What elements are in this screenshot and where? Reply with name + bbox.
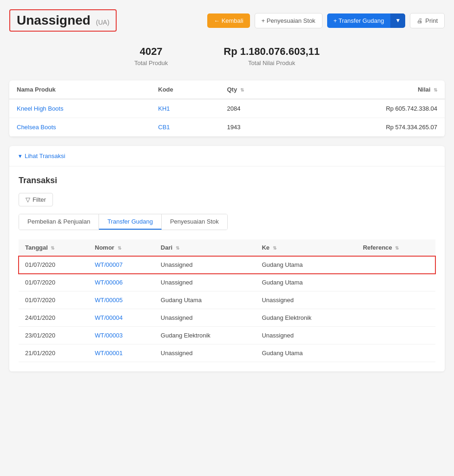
product-kode[interactable]: CB1 <box>151 118 219 137</box>
transaksi-title: Transaksi <box>19 176 435 185</box>
col-kode: Kode <box>151 80 219 99</box>
transaksi-nomor[interactable]: WT/00007 <box>88 256 154 274</box>
ke-sort-icon[interactable]: ⇅ <box>273 245 276 251</box>
products-header-row: Nama Produk Kode Qty ⇅ Nilai ⇅ <box>9 80 445 99</box>
transaksi-reference <box>356 256 435 274</box>
product-name[interactable]: Kneel High Boots <box>9 99 151 118</box>
tab-pembelian-penjualan[interactable]: Pembelian & Penjualan <box>19 214 99 230</box>
penyesuaian-stok-button[interactable]: + Penyesuaian Stok <box>255 13 322 28</box>
col-nama-produk: Nama Produk <box>9 80 151 99</box>
transaksi-dari: Unassigned <box>154 274 256 291</box>
total-produk-label: Total Produk <box>134 60 168 66</box>
transfer-gudang-button[interactable]: + Transfer Gudang <box>327 13 391 28</box>
table-row: 01/07/2020 WT/00006 Unassigned Gudang Ut… <box>19 274 435 291</box>
col-dari: Dari ⇅ <box>154 239 256 256</box>
stats-row: 4027 Total Produk Rp 1.180.076.603,11 To… <box>9 46 445 66</box>
product-qty: 2084 <box>219 99 292 118</box>
transaksi-tanggal: 01/07/2020 <box>19 256 88 274</box>
total-produk-value: 4027 <box>134 46 168 58</box>
title-box: Unassigned (UA) <box>9 9 117 32</box>
nomor-sort-icon[interactable]: ⇅ <box>118 245 121 251</box>
dari-sort-icon[interactable]: ⇅ <box>176 245 179 251</box>
transaksi-nomor[interactable]: WT/00001 <box>88 344 154 362</box>
transaksi-ke: Gudang Elektronik <box>255 309 356 327</box>
transaksi-ke: Gudang Utama <box>255 344 356 362</box>
title-badge: (UA) <box>96 19 110 26</box>
transfer-gudang-dropdown[interactable]: ▼ <box>390 13 405 28</box>
transaksi-ke: Gudang Utama <box>255 256 356 274</box>
products-table: Nama Produk Kode Qty ⇅ Nilai ⇅ Kneel Hig… <box>9 80 445 137</box>
col-reference: Reference ⇅ <box>356 239 435 256</box>
transaksi-tanggal: 21/01/2020 <box>19 344 88 362</box>
transaksi-tanggal: 23/01/2020 <box>19 327 88 344</box>
transaksi-tabs: Pembelian & Penjualan Transfer Gudang Pe… <box>19 214 228 230</box>
lihat-transaksi-toggle[interactable]: ▾ Lihat Transaksi <box>9 146 445 166</box>
table-row: 01/07/2020 WT/00007 Unassigned Gudang Ut… <box>19 256 435 274</box>
col-qty: Qty ⇅ <box>219 80 292 99</box>
reference-sort-icon[interactable]: ⇅ <box>395 245 399 251</box>
transaksi-tanggal: 01/07/2020 <box>19 274 88 291</box>
transaksi-ke: Unassigned <box>255 291 356 309</box>
nilai-sort-icon[interactable]: ⇅ <box>434 87 437 93</box>
table-row: Chelsea Boots CB1 1943 Rp 574.334.265.07 <box>9 118 445 137</box>
qty-sort-icon[interactable]: ⇅ <box>240 87 244 93</box>
transaksi-nomor[interactable]: WT/00005 <box>88 291 154 309</box>
col-tanggal: Tanggal ⇅ <box>19 239 88 256</box>
page-title: Unassigned <box>17 13 91 27</box>
transaksi-header-row: Tanggal ⇅ Nomor ⇅ Dari ⇅ Ke ⇅ Reference … <box>19 239 435 256</box>
table-row: 24/01/2020 WT/00004 Unassigned Gudang El… <box>19 309 435 327</box>
product-kode[interactable]: KH1 <box>151 99 219 118</box>
transaksi-ke: Unassigned <box>255 327 356 344</box>
col-nomor: Nomor ⇅ <box>88 239 154 256</box>
total-nilai-value: Rp 1.180.076.603,11 <box>224 46 320 58</box>
transaksi-table: Tanggal ⇅ Nomor ⇅ Dari ⇅ Ke ⇅ Reference … <box>19 239 435 362</box>
transaksi-dari: Gudang Utama <box>154 291 256 309</box>
filter-bar: ▽ Filter <box>19 193 435 206</box>
tanggal-sort-icon[interactable]: ⇅ <box>51 245 54 251</box>
col-ke: Ke ⇅ <box>255 239 356 256</box>
col-nilai: Nilai ⇅ <box>292 80 445 99</box>
printer-icon: 🖨 <box>417 17 423 24</box>
print-button[interactable]: 🖨 Print <box>410 13 445 28</box>
product-qty: 1943 <box>219 118 292 137</box>
filter-icon: ▽ <box>26 196 30 203</box>
header-actions: ← Kembali + Penyesuaian Stok + Transfer … <box>207 13 445 28</box>
transaksi-dari: Unassigned <box>154 309 256 327</box>
transaksi-dari: Gudang Elektronik <box>154 327 256 344</box>
transaksi-reference <box>356 344 435 362</box>
page-header: Unassigned (UA) ← Kembali + Penyesuaian … <box>9 9 445 32</box>
transaksi-reference <box>356 309 435 327</box>
lihat-transaksi-label: Lihat Transaksi <box>25 152 65 159</box>
product-nilai: Rp 574.334.265.07 <box>292 118 445 137</box>
transfer-gudang-split-button: + Transfer Gudang ▼ <box>327 13 406 28</box>
chevron-down-icon: ▾ <box>19 152 22 159</box>
transaksi-nomor[interactable]: WT/00004 <box>88 309 154 327</box>
product-nilai: Rp 605.742.338.04 <box>292 99 445 118</box>
transaksi-tanggal: 01/07/2020 <box>19 291 88 309</box>
tab-transfer-gudang[interactable]: Transfer Gudang <box>99 214 162 230</box>
table-row: 01/07/2020 WT/00005 Gudang Utama Unassig… <box>19 291 435 309</box>
product-name[interactable]: Chelsea Boots <box>9 118 151 137</box>
table-row: 23/01/2020 WT/00003 Gudang Elektronik Un… <box>19 327 435 344</box>
transaksi-nomor[interactable]: WT/00006 <box>88 274 154 291</box>
kembali-button[interactable]: ← Kembali <box>207 13 250 28</box>
stat-total-produk: 4027 Total Produk <box>134 46 168 66</box>
table-row: 21/01/2020 WT/00001 Unassigned Gudang Ut… <box>19 344 435 362</box>
transaksi-section: ▾ Lihat Transaksi Transaksi ▽ Filter Pem… <box>9 146 445 371</box>
transaksi-inner: Transaksi ▽ Filter Pembelian & Penjualan… <box>9 166 445 371</box>
transaksi-nomor[interactable]: WT/00003 <box>88 327 154 344</box>
transaksi-dari: Unassigned <box>154 256 256 274</box>
table-row: Kneel High Boots KH1 2084 Rp 605.742.338… <box>9 99 445 118</box>
transaksi-reference <box>356 274 435 291</box>
products-card: Nama Produk Kode Qty ⇅ Nilai ⇅ Kneel Hig… <box>9 80 445 137</box>
total-nilai-label: Total Nilai Produk <box>224 60 320 66</box>
filter-button[interactable]: ▽ Filter <box>19 193 53 206</box>
transaksi-ke: Gudang Utama <box>255 274 356 291</box>
transaksi-tanggal: 24/01/2020 <box>19 309 88 327</box>
tab-penyesuaian-stok[interactable]: Penyesuaian Stok <box>162 214 227 230</box>
transaksi-reference <box>356 291 435 309</box>
transaksi-dari: Unassigned <box>154 344 256 362</box>
transaksi-reference <box>356 327 435 344</box>
stat-total-nilai: Rp 1.180.076.603,11 Total Nilai Produk <box>224 46 320 66</box>
